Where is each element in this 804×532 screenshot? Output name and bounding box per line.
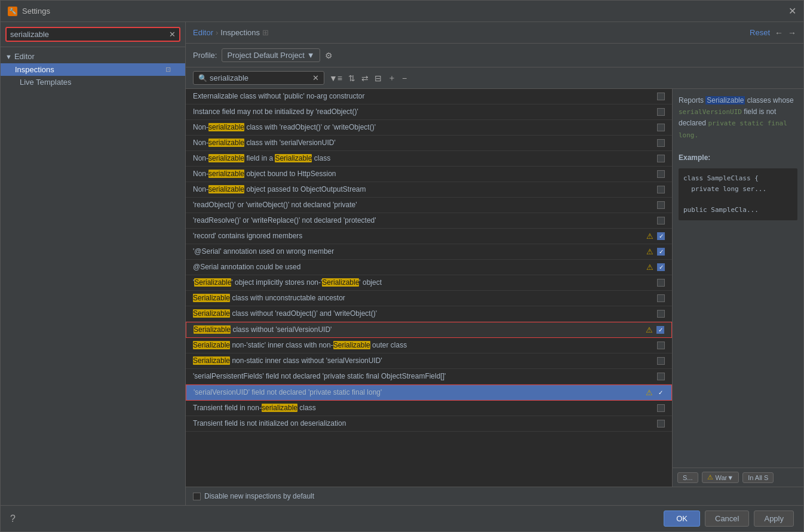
inspection-row[interactable]: Serializable class without 'readObject()… <box>186 306 672 322</box>
inspection-row[interactable]: Instance field may not be initialized by… <box>186 104 672 120</box>
inspection-text: Externalizable class without 'public' no… <box>193 91 652 102</box>
inspection-row-selected[interactable]: 'serialVersionUID' field not declared 'p… <box>186 385 672 401</box>
inspection-checkbox[interactable] <box>657 342 665 349</box>
nav-back-button[interactable]: ← <box>775 28 783 38</box>
inspection-checkbox[interactable] <box>657 248 665 256</box>
inspection-checkbox[interactable] <box>657 357 665 365</box>
inspection-row[interactable]: Non-serializable class with 'readObject(… <box>186 120 672 136</box>
remove-icon[interactable]: − <box>402 73 407 83</box>
inspection-text: Non-serializable class with 'serialVersi… <box>193 138 652 148</box>
sidebar-item-inspections[interactable]: Inspections ⊡ <box>1 63 185 76</box>
reset-button[interactable]: Reset <box>750 28 770 37</box>
inspection-text: Serializable class without 'readObject()… <box>193 309 652 319</box>
inspection-checkbox[interactable] <box>657 124 665 131</box>
tree-section-editor: ▼ Editor Inspections ⊡ Live Templates <box>1 50 185 88</box>
breadcrumb-editor[interactable]: Editor <box>193 28 213 37</box>
inspection-icons <box>657 294 665 302</box>
profile-dropdown[interactable]: Project Default Project ▼ <box>222 48 320 62</box>
pin-icon: ⊡ <box>165 66 171 73</box>
description-panel: Reports Serializable classes whose seria… <box>672 89 803 487</box>
inspection-row[interactable]: Serializable non-static inner class with… <box>186 353 672 369</box>
inspection-row[interactable]: Serializable non-'static' inner class wi… <box>186 338 672 353</box>
inspection-row[interactable]: Non-serializable field in a Serializable… <box>186 151 672 167</box>
filter-bar: 🔍 ✕ ▼≡ ⇅ ⇄ ⊟ ＋ − <box>186 67 803 89</box>
inspection-row[interactable]: 'readObject()' or 'writeObject()' not de… <box>186 198 672 213</box>
inspection-checkbox[interactable] <box>657 201 665 209</box>
inspection-checkbox[interactable] <box>657 170 665 178</box>
sidebar-search-input[interactable] <box>10 30 169 39</box>
inspection-row[interactable]: 'Serializable' object implicitly stores … <box>186 275 672 291</box>
nav-forward-button[interactable]: → <box>788 28 796 38</box>
scope-all-button[interactable]: In All S <box>742 472 774 483</box>
inspection-row[interactable]: '@Serial' annotation used on wrong membe… <box>186 244 672 260</box>
inspection-row[interactable]: 'readResolve()' or 'writeReplace()' not … <box>186 213 672 229</box>
filter-search-input[interactable] <box>210 73 312 82</box>
app-icon: 🔧 <box>8 7 17 16</box>
inspection-text: 'serialPersistentFields' field not decla… <box>193 371 652 382</box>
inspection-checkbox[interactable] <box>657 139 665 147</box>
scope-all-label: In All S <box>748 474 768 481</box>
filter-search-wrap[interactable]: 🔍 ✕ <box>193 71 324 85</box>
inspection-icons <box>657 155 665 162</box>
sidebar-search-wrap[interactable]: ✕ <box>5 27 180 42</box>
profile-gear-icon[interactable]: ⚙ <box>325 51 333 60</box>
inspection-icons <box>657 279 665 287</box>
description-intro: Reports Serializable classes whose seria… <box>679 95 797 141</box>
inspection-row[interactable]: Serializable class with unconstructable … <box>186 291 672 306</box>
inspection-checkbox[interactable] <box>657 373 665 380</box>
inspection-checkbox[interactable] <box>657 93 665 100</box>
help-icon[interactable]: ? <box>10 513 16 524</box>
inspection-checkbox[interactable] <box>657 420 665 428</box>
inspection-checkbox[interactable] <box>657 294 665 302</box>
inspection-checkbox[interactable] <box>657 232 665 240</box>
inspection-row[interactable]: 'serialPersistentFields' field not decla… <box>186 369 672 385</box>
sidebar: ✕ ▼ Editor Inspections ⊡ Live Templates <box>1 22 186 505</box>
inspection-icons <box>657 217 665 225</box>
close-button[interactable]: ✕ <box>788 5 796 17</box>
description-highlight: Serializable <box>705 96 745 104</box>
inspection-row[interactable]: Transient field in non-serializable clas… <box>186 401 672 416</box>
inspection-checkbox[interactable] <box>657 279 665 287</box>
apply-button[interactable]: Apply <box>754 511 794 527</box>
inspection-icons <box>657 420 665 428</box>
inspection-row[interactable]: @Serial annotation could be used ⚠ <box>186 260 672 275</box>
inspection-row[interactable]: Non-serializable object passed to Object… <box>186 182 672 198</box>
inspection-checkbox[interactable] <box>656 389 664 396</box>
inspection-checkbox[interactable] <box>657 108 665 116</box>
add-icon[interactable]: ＋ <box>388 73 396 84</box>
inspection-checkbox[interactable] <box>657 263 665 271</box>
inspection-text: 'serialVersionUID' field not declared 'p… <box>194 388 641 398</box>
inspection-row[interactable]: 'record' contains ignored members ⚠ <box>186 229 672 244</box>
inspection-row[interactable]: Externalizable class without 'public' no… <box>186 89 672 104</box>
filter-clear-icon[interactable]: ✕ <box>312 73 319 82</box>
sidebar-item-live-templates[interactable]: Live Templates <box>1 76 185 88</box>
inspection-checkbox[interactable] <box>657 310 665 318</box>
inspection-checkbox[interactable] <box>656 326 664 334</box>
inspections-list[interactable]: Externalizable class without 'public' no… <box>186 89 672 487</box>
ok-button[interactable]: OK <box>664 511 700 527</box>
expand-all-icon[interactable]: ⇅ <box>348 73 355 83</box>
inspection-checkbox[interactable] <box>657 217 665 225</box>
inspection-icons: ⚠ <box>646 247 665 256</box>
inspection-checkbox[interactable] <box>657 155 665 162</box>
disable-new-inspections-checkbox[interactable] <box>193 493 201 500</box>
sidebar-search-clear-icon[interactable]: ✕ <box>169 30 176 39</box>
inspection-row[interactable]: Non-serializable class with 'serialVersi… <box>186 136 672 151</box>
inspection-checkbox[interactable] <box>657 186 665 193</box>
inspection-row-highlighted[interactable]: Serializable class without 'serialVersio… <box>186 322 672 338</box>
inspection-row[interactable]: Non-serializable object bound to HttpSes… <box>186 167 672 182</box>
group-icon[interactable]: ⊟ <box>375 73 382 83</box>
profile-label: Profile: <box>193 51 217 60</box>
description-footer: S... ⚠ War▼ In All S <box>673 468 803 487</box>
inspection-row[interactable]: Transient field is not initialized on de… <box>186 416 672 432</box>
inspection-checkbox[interactable] <box>657 404 665 412</box>
inspection-text: 'readResolve()' or 'writeReplace()' not … <box>193 216 652 226</box>
collapse-all-icon[interactable]: ⇄ <box>361 73 369 83</box>
sidebar-search-box: ✕ <box>1 22 185 47</box>
breadcrumb: Editor › Inspections ⊞ <box>193 28 269 37</box>
tree-section-editor-header[interactable]: ▼ Editor <box>1 50 185 63</box>
filter-icon[interactable]: ▼≡ <box>329 73 342 83</box>
scope-button[interactable]: S... <box>677 472 698 483</box>
cancel-button[interactable]: Cancel <box>705 511 749 527</box>
severity-button[interactable]: ⚠ War▼ <box>702 472 739 483</box>
